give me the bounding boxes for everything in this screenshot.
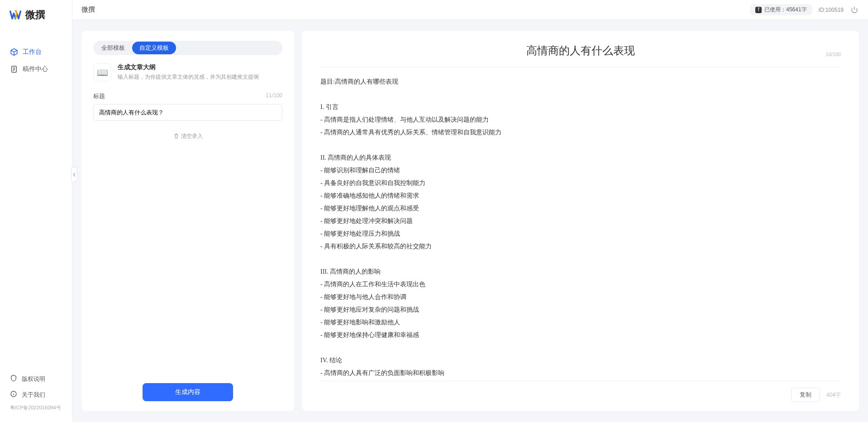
nav-label: 工作台 [23, 48, 42, 56]
template-icon: 📖 [93, 63, 111, 81]
logo-icon [9, 9, 22, 21]
nav-label: 稿件中心 [23, 65, 48, 73]
tab-custom-templates[interactable]: 自定义模板 [132, 42, 176, 54]
template-card: 📖 生成文章大纲 输入标题，为你提供文章主体的灵感，并为其创建推文提纲 [93, 63, 282, 81]
shield-icon [10, 375, 17, 383]
sidebar-item-workspace[interactable]: 工作台 [0, 43, 72, 61]
page-title: 微撰 [81, 5, 95, 14]
field-char-count: 11/100 [266, 92, 282, 100]
template-title: 生成文章大纲 [118, 63, 259, 71]
icp-text: 粤ICP备2022016094号 [0, 403, 72, 413]
sidebar-collapse-handle[interactable] [71, 167, 77, 182]
field-label: 标题 [93, 92, 105, 100]
copy-button[interactable]: 复制 [791, 388, 820, 402]
title-field: 标题 11/100 [93, 92, 282, 121]
sidebar-footer: 版权说明 关于我们 粤ICP备2022016094号 [0, 371, 72, 422]
title-input[interactable] [93, 104, 282, 121]
foot-label: 关于我们 [22, 391, 45, 399]
brand-name: 微撰 [25, 8, 45, 22]
info-icon [10, 390, 17, 399]
sidebar-item-copyright[interactable]: 版权说明 [0, 371, 72, 387]
foot-label: 版权说明 [22, 375, 45, 383]
user-id: ID:100519 [819, 7, 844, 13]
sidebar: 微撰 工作台 稿件中心 版权说明 [0, 0, 72, 422]
title-char-count: 10/100 [825, 52, 841, 57]
cube-icon [10, 48, 18, 56]
logo: 微撰 [0, 0, 72, 30]
doc-footer: 复制 404字 [320, 381, 841, 402]
doc-body[interactable]: 题目:高情商的人有哪些表现 I. 引言 - 高情商是指人们处理情绪、与他人互动以… [320, 67, 841, 376]
template-desc: 输入标题，为你提供文章主体的灵感，并为其创建推文提纲 [118, 73, 259, 81]
template-tabs: 全部模板 自定义模板 [93, 41, 282, 55]
sidebar-item-drafts[interactable]: 稿件中心 [0, 61, 72, 78]
doc-title[interactable]: 高情商的人有什么表现 [526, 43, 635, 58]
usage-badge: T 已使用：45641字 [750, 4, 812, 15]
generate-button[interactable]: 生成内容 [143, 383, 233, 401]
trash-icon [173, 133, 179, 140]
usage-icon: T [755, 7, 762, 13]
clear-input-link[interactable]: 清空录入 [93, 128, 282, 145]
panel-left: 全部模板 自定义模板 📖 生成文章大纲 输入标题，为你提供文章主体的灵感，并为其… [81, 31, 294, 411]
usage-text: 已使用：45641字 [764, 6, 806, 14]
power-button[interactable] [850, 5, 859, 14]
sidebar-nav: 工作台 稿件中心 [0, 30, 72, 371]
clear-label: 清空录入 [181, 133, 203, 140]
sidebar-item-about[interactable]: 关于我们 [0, 387, 72, 403]
document-icon [10, 65, 18, 73]
panel-right: 高情商的人有什么表现 10/100 题目:高情商的人有哪些表现 I. 引言 - … [302, 31, 859, 411]
topbar: 微撰 T 已使用：45641字 ID:100519 [72, 0, 868, 20]
body-char-count: 404字 [826, 391, 841, 399]
tab-all-templates[interactable]: 全部模板 [94, 42, 132, 54]
